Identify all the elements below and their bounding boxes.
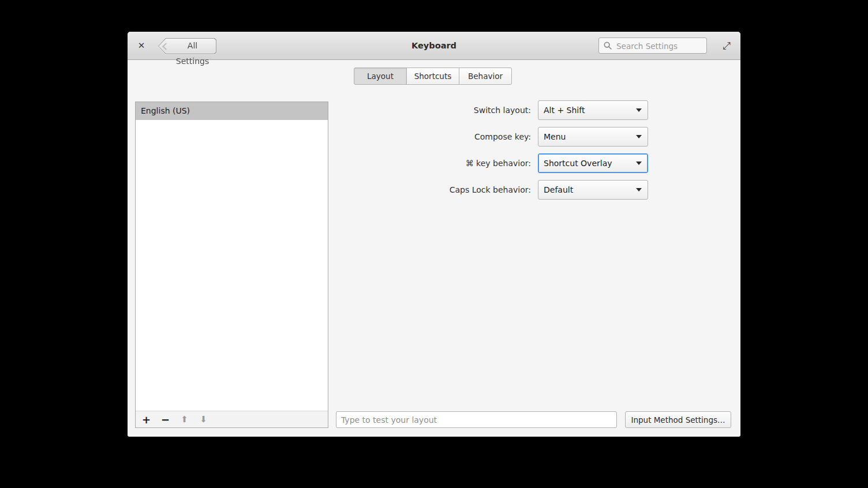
arrow-up-icon: ⬆ — [181, 414, 188, 425]
expand-icon: ⤢ — [723, 41, 731, 51]
close-button[interactable]: ✕ — [134, 39, 148, 52]
chevron-down-icon — [636, 108, 642, 112]
layout-test-input[interactable] — [336, 411, 617, 428]
compose-key-dropdown[interactable]: Menu — [538, 127, 648, 147]
tab-bar: Layout Shortcuts Behavior — [354, 67, 512, 85]
plus-icon: + — [142, 414, 151, 426]
compose-key-label: Compose key: — [474, 132, 531, 141]
form-row-caps-lock-behavior: Caps Lock behavior: Default — [450, 180, 648, 200]
list-toolbar: + − ⬆ ⬇ — [136, 411, 328, 427]
switch-layout-dropdown[interactable]: Alt + Shift — [538, 100, 648, 120]
chevron-down-icon — [636, 162, 642, 165]
cmd-key-behavior-value: Shortcut Overlay — [544, 154, 612, 172]
remove-layout-button[interactable]: − — [158, 412, 173, 427]
headerbar: ✕ All Settings Keyboard ⤢ — [128, 32, 740, 60]
tab-layout[interactable]: Layout — [354, 67, 407, 85]
form-row-cmd-key-behavior: ⌘ key behavior: Shortcut Overlay — [466, 153, 648, 173]
keyboard-settings-window: ✕ All Settings Keyboard ⤢ L — [128, 32, 740, 437]
switch-layout-label: Switch layout: — [474, 106, 531, 115]
tab-behavior[interactable]: Behavior — [459, 67, 512, 85]
form-row-compose-key: Compose key: Menu — [474, 127, 648, 147]
cmd-key-behavior-dropdown[interactable]: Shortcut Overlay — [538, 153, 648, 173]
search-field — [598, 37, 707, 54]
list-item-english-us[interactable]: English (US) — [136, 102, 328, 120]
search-icon — [604, 42, 612, 50]
search-input[interactable] — [615, 39, 704, 54]
keyboard-layouts-list[interactable]: English (US) — [136, 102, 328, 411]
cmd-key-behavior-label: ⌘ key behavior: — [466, 159, 531, 168]
form-row-switch-layout: Switch layout: Alt + Shift — [474, 100, 648, 120]
chevron-down-icon — [636, 135, 642, 138]
chevron-down-icon — [636, 188, 642, 192]
minus-icon: − — [161, 414, 170, 426]
move-layout-up-button[interactable]: ⬆ — [177, 412, 192, 427]
caps-lock-behavior-dropdown[interactable]: Default — [538, 180, 648, 200]
desktop-background: ✕ All Settings Keyboard ⤢ L — [0, 0, 868, 488]
tab-shortcuts[interactable]: Shortcuts — [406, 67, 459, 85]
expand-window-button[interactable]: ⤢ — [720, 39, 734, 52]
all-settings-back-button[interactable]: All Settings — [158, 38, 216, 54]
back-button-label: All Settings — [171, 38, 214, 54]
add-layout-button[interactable]: + — [139, 412, 154, 427]
caps-lock-behavior-label: Caps Lock behavior: — [450, 185, 531, 194]
compose-key-value: Menu — [544, 127, 566, 146]
move-layout-down-button[interactable]: ⬇ — [196, 412, 211, 427]
keyboard-layouts-panel: English (US) + − ⬆ ⬇ — [135, 102, 328, 428]
close-icon: ✕ — [138, 42, 145, 50]
arrow-down-icon: ⬇ — [200, 414, 207, 425]
input-method-settings-button[interactable]: Input Method Settings… — [625, 411, 731, 428]
switch-layout-value: Alt + Shift — [544, 101, 585, 119]
caps-lock-behavior-value: Default — [544, 181, 573, 199]
